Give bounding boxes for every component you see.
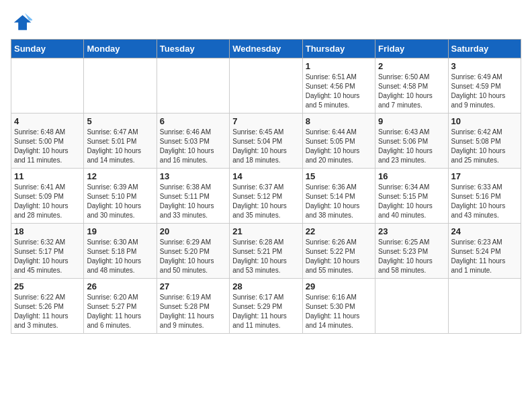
day-info: Sunrise: 6:50 AM Sunset: 4:58 PM Dayligh…: [378, 73, 445, 110]
day-info: Sunrise: 6:38 AM Sunset: 5:11 PM Dayligh…: [160, 183, 226, 220]
day-info: Sunrise: 6:25 AM Sunset: 5:23 PM Dayligh…: [378, 238, 445, 275]
calendar-header: SundayMondayTuesdayWednesdayThursdayFrid…: [11, 40, 521, 58]
day-info: Sunrise: 6:23 AM Sunset: 5:24 PM Dayligh…: [451, 238, 518, 275]
day-number: 17: [451, 171, 518, 181]
page-container: SundayMondayTuesdayWednesdayThursdayFrid…: [0, 0, 532, 340]
calendar-cell: 25Sunrise: 6:22 AM Sunset: 5:26 PM Dayli…: [11, 279, 84, 334]
day-number: 20: [160, 226, 226, 236]
calendar-cell: 18Sunrise: 6:32 AM Sunset: 5:17 PM Dayli…: [11, 224, 84, 279]
day-number: 7: [232, 116, 299, 126]
calendar-cell: 4Sunrise: 6:48 AM Sunset: 5:00 PM Daylig…: [11, 113, 84, 169]
day-info: Sunrise: 6:19 AM Sunset: 5:28 PM Dayligh…: [160, 293, 226, 330]
day-info: Sunrise: 6:29 AM Sunset: 5:20 PM Dayligh…: [160, 238, 226, 275]
day-number: 1: [306, 61, 372, 71]
day-number: 16: [378, 171, 445, 181]
header-cell-monday: Monday: [84, 40, 157, 58]
calendar-cell: 5Sunrise: 6:47 AM Sunset: 5:01 PM Daylig…: [84, 113, 157, 169]
day-info: Sunrise: 6:44 AM Sunset: 5:05 PM Dayligh…: [306, 128, 372, 165]
calendar-cell: 28Sunrise: 6:17 AM Sunset: 5:29 PM Dayli…: [230, 279, 302, 334]
day-number: 13: [160, 171, 226, 181]
header: [11, 11, 521, 32]
calendar-cell: 10Sunrise: 6:42 AM Sunset: 5:08 PM Dayli…: [448, 113, 521, 169]
day-number: 8: [306, 116, 372, 126]
calendar-cell: 15Sunrise: 6:36 AM Sunset: 5:14 PM Dayli…: [302, 169, 375, 224]
day-number: 25: [14, 281, 81, 291]
calendar-cell: 14Sunrise: 6:37 AM Sunset: 5:12 PM Dayli…: [230, 169, 302, 224]
day-info: Sunrise: 6:34 AM Sunset: 5:15 PM Dayligh…: [378, 183, 445, 220]
calendar-cell: 2Sunrise: 6:50 AM Sunset: 4:58 PM Daylig…: [375, 58, 448, 113]
day-number: 23: [378, 226, 445, 236]
calendar-cell: 19Sunrise: 6:30 AM Sunset: 5:18 PM Dayli…: [84, 224, 157, 279]
calendar-cell: 3Sunrise: 6:49 AM Sunset: 4:59 PM Daylig…: [448, 58, 521, 113]
day-info: Sunrise: 6:43 AM Sunset: 5:06 PM Dayligh…: [378, 128, 445, 165]
header-cell-thursday: Thursday: [302, 40, 375, 58]
header-row: SundayMondayTuesdayWednesdayThursdayFrid…: [11, 40, 521, 58]
calendar-cell: 9Sunrise: 6:43 AM Sunset: 5:06 PM Daylig…: [375, 113, 448, 169]
week-row-2: 4Sunrise: 6:48 AM Sunset: 5:00 PM Daylig…: [11, 113, 521, 169]
day-number: 27: [160, 281, 226, 291]
logo-icon: [11, 11, 32, 32]
header-cell-tuesday: Tuesday: [157, 40, 229, 58]
calendar-table: SundayMondayTuesdayWednesdayThursdayFrid…: [11, 39, 521, 334]
day-info: Sunrise: 6:22 AM Sunset: 5:26 PM Dayligh…: [14, 293, 81, 330]
calendar-cell: 24Sunrise: 6:23 AM Sunset: 5:24 PM Dayli…: [448, 224, 521, 279]
day-number: 24: [451, 226, 518, 236]
day-info: Sunrise: 6:30 AM Sunset: 5:18 PM Dayligh…: [87, 238, 153, 275]
day-number: 2: [378, 61, 445, 71]
calendar-cell: 21Sunrise: 6:28 AM Sunset: 5:21 PM Dayli…: [230, 224, 302, 279]
logo: [11, 11, 35, 32]
calendar-cell: 16Sunrise: 6:34 AM Sunset: 5:15 PM Dayli…: [375, 169, 448, 224]
day-info: Sunrise: 6:45 AM Sunset: 5:04 PM Dayligh…: [232, 128, 299, 165]
day-number: 10: [451, 116, 518, 126]
day-number: 28: [232, 281, 299, 291]
day-info: Sunrise: 6:20 AM Sunset: 5:27 PM Dayligh…: [87, 293, 153, 330]
calendar-cell: [84, 58, 157, 113]
day-number: 15: [306, 171, 372, 181]
calendar-cell: 8Sunrise: 6:44 AM Sunset: 5:05 PM Daylig…: [302, 113, 375, 169]
day-number: 18: [14, 226, 81, 236]
day-info: Sunrise: 6:41 AM Sunset: 5:09 PM Dayligh…: [14, 183, 81, 220]
calendar-cell: [375, 279, 448, 334]
day-info: Sunrise: 6:51 AM Sunset: 4:56 PM Dayligh…: [306, 73, 372, 110]
calendar-cell: 17Sunrise: 6:33 AM Sunset: 5:16 PM Dayli…: [448, 169, 521, 224]
day-info: Sunrise: 6:36 AM Sunset: 5:14 PM Dayligh…: [306, 183, 372, 220]
calendar-cell: 27Sunrise: 6:19 AM Sunset: 5:28 PM Dayli…: [157, 279, 229, 334]
day-number: 3: [451, 61, 518, 71]
day-info: Sunrise: 6:46 AM Sunset: 5:03 PM Dayligh…: [160, 128, 226, 165]
calendar-cell: [448, 279, 521, 334]
day-info: Sunrise: 6:32 AM Sunset: 5:17 PM Dayligh…: [14, 238, 81, 275]
day-number: 19: [87, 226, 153, 236]
header-cell-saturday: Saturday: [448, 40, 521, 58]
calendar-body: 1Sunrise: 6:51 AM Sunset: 4:56 PM Daylig…: [11, 58, 521, 334]
day-info: Sunrise: 6:28 AM Sunset: 5:21 PM Dayligh…: [232, 238, 299, 275]
header-cell-wednesday: Wednesday: [230, 40, 302, 58]
calendar-cell: 7Sunrise: 6:45 AM Sunset: 5:04 PM Daylig…: [230, 113, 302, 169]
day-number: 29: [306, 281, 372, 291]
week-row-4: 18Sunrise: 6:32 AM Sunset: 5:17 PM Dayli…: [11, 224, 521, 279]
day-info: Sunrise: 6:47 AM Sunset: 5:01 PM Dayligh…: [87, 128, 153, 165]
week-row-5: 25Sunrise: 6:22 AM Sunset: 5:26 PM Dayli…: [11, 279, 521, 334]
header-cell-sunday: Sunday: [11, 40, 84, 58]
day-info: Sunrise: 6:42 AM Sunset: 5:08 PM Dayligh…: [451, 128, 518, 165]
calendar-cell: 11Sunrise: 6:41 AM Sunset: 5:09 PM Dayli…: [11, 169, 84, 224]
day-info: Sunrise: 6:48 AM Sunset: 5:00 PM Dayligh…: [14, 128, 81, 165]
day-info: Sunrise: 6:33 AM Sunset: 5:16 PM Dayligh…: [451, 183, 518, 220]
calendar-cell: 12Sunrise: 6:39 AM Sunset: 5:10 PM Dayli…: [84, 169, 157, 224]
day-number: 26: [87, 281, 153, 291]
day-number: 5: [87, 116, 153, 126]
calendar-cell: 1Sunrise: 6:51 AM Sunset: 4:56 PM Daylig…: [302, 58, 375, 113]
day-info: Sunrise: 6:49 AM Sunset: 4:59 PM Dayligh…: [451, 73, 518, 110]
day-number: 14: [232, 171, 299, 181]
calendar-cell: [11, 58, 84, 113]
week-row-3: 11Sunrise: 6:41 AM Sunset: 5:09 PM Dayli…: [11, 169, 521, 224]
calendar-cell: 6Sunrise: 6:46 AM Sunset: 5:03 PM Daylig…: [157, 113, 229, 169]
day-info: Sunrise: 6:39 AM Sunset: 5:10 PM Dayligh…: [87, 183, 153, 220]
calendar-cell: 26Sunrise: 6:20 AM Sunset: 5:27 PM Dayli…: [84, 279, 157, 334]
day-number: 21: [232, 226, 299, 236]
day-number: 11: [14, 171, 81, 181]
calendar-cell: 22Sunrise: 6:26 AM Sunset: 5:22 PM Dayli…: [302, 224, 375, 279]
header-cell-friday: Friday: [375, 40, 448, 58]
week-row-1: 1Sunrise: 6:51 AM Sunset: 4:56 PM Daylig…: [11, 58, 521, 113]
day-number: 6: [160, 116, 226, 126]
day-info: Sunrise: 6:37 AM Sunset: 5:12 PM Dayligh…: [232, 183, 299, 220]
